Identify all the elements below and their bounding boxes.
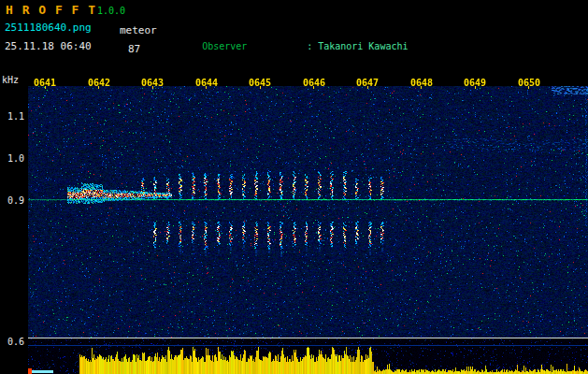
freq-label: 1.1: [7, 111, 24, 122]
freq-label: 0.9: [7, 195, 24, 206]
time-label: 0648: [408, 78, 436, 88]
info-row-observer: Observer: Takanori Kawachi: [168, 28, 521, 65]
count-label: 87: [128, 43, 140, 55]
time-label: 0641: [31, 78, 59, 88]
output-filename: 2511180640.png: [5, 22, 92, 34]
time-label: 0643: [138, 78, 166, 88]
mode-label: meteor: [120, 24, 157, 36]
time-label: 0650: [515, 78, 543, 88]
hrofft-window: H R O F F T 1.0.0 2511180640.png meteor …: [0, 0, 588, 374]
freq-unit-label: kHz: [2, 75, 19, 85]
info-label: Observer: [202, 40, 307, 52]
spectrogram-canvas: [28, 86, 588, 374]
time-label: 0644: [193, 78, 221, 88]
freq-label: 1.0: [7, 153, 24, 164]
time-label: 0647: [353, 78, 381, 88]
app-title: H R O F F T: [6, 3, 96, 17]
freq-label: 0.6: [7, 337, 24, 347]
time-label: 0642: [85, 78, 113, 88]
version-label: 1.0.0: [97, 6, 125, 16]
info-value: : Takanori Kawachi: [307, 41, 408, 51]
time-label: 0645: [246, 78, 274, 88]
datetime-label: 25.11.18 06:40: [5, 40, 92, 52]
time-label: 0646: [300, 78, 328, 88]
time-label: 0649: [461, 78, 489, 88]
